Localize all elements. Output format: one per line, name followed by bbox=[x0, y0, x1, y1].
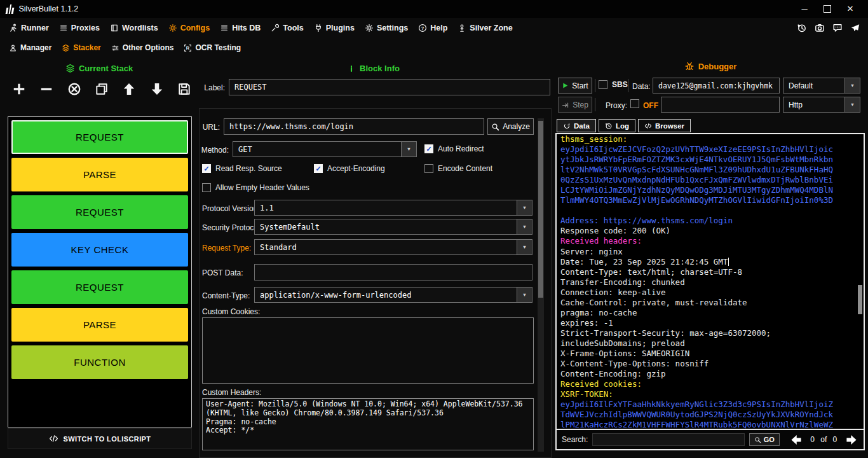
start-button[interactable]: Start bbox=[558, 78, 592, 94]
person-icon bbox=[9, 44, 17, 52]
save-stack-button[interactable] bbox=[175, 80, 193, 98]
stack-block-request[interactable]: REQUEST bbox=[11, 120, 188, 154]
protocol-version-dropdown-button[interactable]: ▼ bbox=[517, 200, 532, 215]
custom-headers-textarea[interactable]: User-Agent: Mozilla/5.0 (Windows NT 10.0… bbox=[202, 398, 534, 450]
submenu-item-other-options[interactable]: Other Options bbox=[106, 38, 179, 57]
url-input[interactable] bbox=[224, 118, 484, 135]
wordlist-type-dropdown-button[interactable]: ▼ bbox=[844, 78, 860, 93]
method-dropdown[interactable]: GET ▼ bbox=[233, 141, 417, 157]
menu-item-configs[interactable]: Configs bbox=[163, 18, 215, 38]
post-data-input[interactable] bbox=[254, 264, 532, 281]
read-resp-source-checkbox[interactable]: ✓ bbox=[202, 164, 211, 173]
chat-button[interactable] bbox=[832, 23, 843, 33]
tab-log[interactable]: Log bbox=[599, 119, 635, 132]
log-line: Received cookies: bbox=[560, 379, 860, 389]
stack-block-parse[interactable]: PARSE bbox=[11, 308, 188, 342]
method-dropdown-button[interactable]: ▼ bbox=[401, 142, 416, 156]
add-block-button[interactable] bbox=[10, 80, 28, 98]
stack-block-parse[interactable]: PARSE bbox=[11, 158, 188, 191]
stack-block-request[interactable]: REQUEST bbox=[11, 195, 188, 229]
debug-data-input[interactable] bbox=[653, 78, 780, 94]
menu-item-runner[interactable]: Runner bbox=[4, 18, 54, 38]
minimize-button[interactable]: ─ bbox=[793, 0, 816, 18]
submenu-item-manager[interactable]: Manager bbox=[4, 38, 57, 57]
request-type-dropdown-button[interactable]: ▼ bbox=[517, 240, 532, 254]
security-protocol-caption: Security Protocol: bbox=[202, 223, 262, 232]
tab-data[interactable]: Data bbox=[557, 119, 596, 132]
menu-item-proxies[interactable]: Proxies bbox=[54, 18, 105, 38]
move-down-button[interactable] bbox=[148, 80, 166, 98]
menu-item-hits-db[interactable]: Hits DB bbox=[215, 18, 266, 38]
log-line: Date: Tue, 23 Sep 2025 21:42:45 GMT bbox=[560, 257, 860, 267]
submenu-item-label: Other Options bbox=[123, 43, 174, 52]
log-line: eyJpdiI6IjcwZEJCVFozQ2pzUVhTTW9xeXIzeEE9… bbox=[560, 144, 860, 155]
analyze-button[interactable]: Analyze bbox=[487, 118, 534, 135]
sbs-label: SBS bbox=[612, 80, 628, 89]
custom-cookies-textarea[interactable] bbox=[202, 317, 534, 384]
block-info-scrollbar-thumb[interactable] bbox=[538, 121, 543, 298]
request-type-caption: Request Type: bbox=[202, 244, 251, 253]
search-go-button[interactable]: GO bbox=[749, 433, 780, 446]
clone-block-button[interactable] bbox=[93, 80, 111, 98]
info-icon bbox=[347, 64, 356, 73]
stack-block-request[interactable]: REQUEST bbox=[11, 270, 188, 304]
menu-item-settings[interactable]: Settings bbox=[360, 18, 413, 38]
log-search-input[interactable] bbox=[592, 433, 745, 446]
protocol-version-dropdown[interactable]: 1.1 ▼ bbox=[254, 200, 532, 216]
content-type-dropdown[interactable]: application/x-www-form-urlencoded ▼ bbox=[254, 287, 532, 303]
request-type-value: Standard bbox=[255, 240, 517, 254]
start-button-label: Start bbox=[572, 81, 588, 90]
security-protocol-dropdown[interactable]: SystemDefault ▼ bbox=[254, 219, 532, 235]
previous-match-button[interactable] bbox=[789, 434, 803, 446]
close-button[interactable]: × bbox=[839, 0, 862, 18]
proxy-type-dropdown-button[interactable]: ▼ bbox=[844, 97, 860, 112]
menu-item-silver-zone[interactable]: Silver Zone bbox=[452, 18, 517, 38]
allow-empty-header-values-checkbox[interactable]: ✓ bbox=[202, 183, 211, 192]
menu-bar-items: RunnerProxiesWordlistsConfigsHits DBTool… bbox=[4, 18, 518, 38]
auto-redirect-checkbox[interactable]: ✓ bbox=[424, 144, 433, 153]
maximize-button[interactable] bbox=[816, 0, 839, 18]
encode-content-checkbox[interactable]: ✓ bbox=[424, 164, 433, 173]
menu-item-tools[interactable]: Tools bbox=[266, 18, 308, 38]
log-scrollbar-thumb[interactable] bbox=[858, 285, 862, 314]
url-caption: URL: bbox=[201, 123, 220, 132]
security-protocol-dropdown-button[interactable]: ▼ bbox=[517, 219, 532, 234]
telegram-button[interactable] bbox=[850, 23, 860, 33]
content-type-dropdown-button[interactable]: ▼ bbox=[517, 288, 532, 302]
stack-block-label: FUNCTION bbox=[74, 357, 126, 368]
remove-block-button[interactable] bbox=[37, 80, 55, 98]
accept-encoding-checkbox[interactable]: ✓ bbox=[314, 164, 323, 173]
sbs-checkbox[interactable]: ✓ bbox=[599, 80, 607, 89]
wordlist-type-value: Default bbox=[783, 78, 844, 93]
method-value: GET bbox=[233, 142, 401, 156]
wordlist-type-dropdown[interactable]: Default ▼ bbox=[783, 78, 860, 94]
next-match-button[interactable] bbox=[844, 434, 858, 446]
submenu-item-stacker[interactable]: Stacker bbox=[57, 38, 105, 57]
proxy-type-dropdown[interactable]: Http ▼ bbox=[783, 97, 860, 113]
stack-block-label: REQUEST bbox=[76, 132, 124, 142]
auto-redirect-option: ✓ Auto Redirect bbox=[424, 144, 484, 153]
menu-item-help[interactable]: ?Help bbox=[413, 18, 452, 38]
text-caret bbox=[728, 258, 729, 266]
debugger-title: Debugger bbox=[698, 62, 737, 71]
read-resp-source-option: ✓ Read Resp. Source bbox=[202, 164, 282, 173]
debugger-log-box: thsms_session:eyJpdiI6IjcwZEJCVFozQ2pzUV… bbox=[555, 133, 865, 450]
stack-block-function[interactable]: FUNCTION bbox=[11, 345, 188, 379]
tab-browser[interactable]: Browser bbox=[638, 119, 691, 132]
menu-item-plugins[interactable]: Plugins bbox=[309, 18, 360, 38]
proxy-checkbox[interactable]: ✓ bbox=[630, 99, 639, 108]
request-type-dropdown[interactable]: Standard ▼ bbox=[254, 239, 532, 255]
history-button[interactable] bbox=[797, 23, 807, 33]
menu-item-wordlists[interactable]: Wordlists bbox=[105, 18, 163, 38]
switch-to-loliscript-button[interactable]: SWITCH TO LOLISCRIPT bbox=[8, 428, 192, 449]
step-button[interactable]: Step bbox=[558, 97, 592, 113]
proxy-input[interactable] bbox=[661, 97, 780, 113]
screenshot-button[interactable] bbox=[815, 23, 825, 33]
debugger-header: Debugger bbox=[553, 61, 868, 71]
stack-block-key-check[interactable]: KEY CHECK bbox=[11, 233, 188, 267]
submenu-item-ocr-testing[interactable]: ROCR Testing bbox=[179, 38, 246, 57]
dropdown-arrow-icon: ▼ bbox=[407, 146, 411, 152]
disable-block-button[interactable] bbox=[65, 80, 83, 98]
label-input[interactable] bbox=[229, 79, 550, 95]
move-up-button[interactable] bbox=[120, 80, 138, 98]
